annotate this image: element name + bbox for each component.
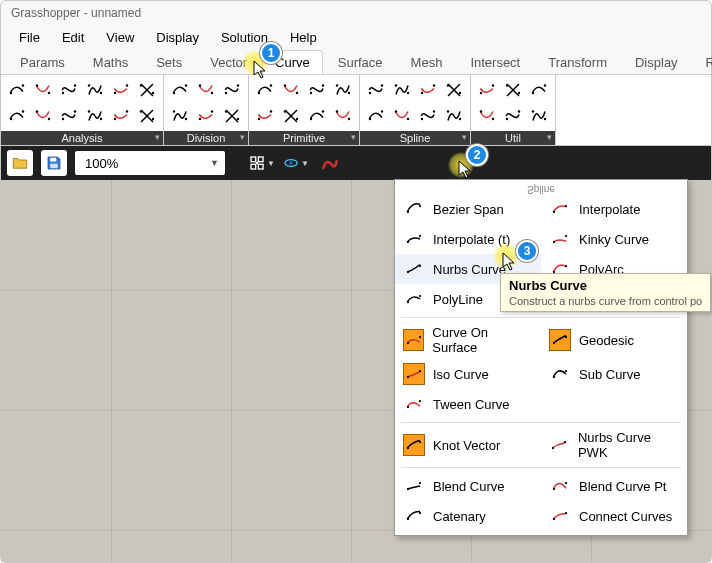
ribbon-tool-button[interactable] (279, 104, 303, 128)
menu-item-geodesic[interactable]: Geodesic (541, 321, 687, 359)
ribbon-tool-button[interactable] (501, 104, 525, 128)
ribbon-tool-button[interactable] (5, 78, 29, 102)
menu-item-label: Blend Curve (433, 479, 505, 494)
canvas-toolbar: 100% ▼ ▼ ▼ (1, 146, 711, 180)
ribbon-tool-button[interactable] (390, 78, 414, 102)
ribbon-tool-button[interactable] (220, 78, 244, 102)
ribbon-tool-button[interactable] (194, 78, 218, 102)
menu-item-tween-curve[interactable]: Tween Curve (395, 389, 541, 419)
panel-caption[interactable]: Spline▾ (360, 131, 470, 145)
menu-item-kinky-curve[interactable]: Kinky Curve (541, 224, 687, 254)
ribbon-tool-button[interactable] (135, 78, 159, 102)
ribbon-tool-button[interactable] (168, 78, 192, 102)
svg-point-25 (185, 84, 187, 86)
menu-item-bezier-span[interactable]: Bezier Span (395, 194, 541, 224)
menu-item-curve-on-surface[interactable]: Curve On Surface (395, 321, 541, 359)
menu-item-blend-curve[interactable]: Blend Curve (395, 471, 541, 501)
tab-display[interactable]: Display (622, 50, 691, 74)
tab-sets[interactable]: Sets (143, 50, 195, 74)
ribbon-tool-button[interactable] (57, 78, 81, 102)
ribbon-tool-button[interactable] (364, 104, 388, 128)
tab-surface[interactable]: Surface (325, 50, 396, 74)
ribbon-tool-button[interactable] (442, 78, 466, 102)
tab-intersect[interactable]: Intersect (457, 50, 533, 74)
tab-maths[interactable]: Maths (80, 50, 141, 74)
svg-point-119 (553, 488, 555, 490)
ribbon-tool-button[interactable] (220, 104, 244, 128)
ribbon-tool-button[interactable] (279, 78, 303, 102)
ribbon-tool-button[interactable] (31, 78, 55, 102)
menu-item-sub-curve[interactable]: Sub Curve (541, 359, 687, 389)
preview-eye-button[interactable]: ▼ (283, 150, 309, 176)
tab-rhino[interactable]: Rhino (693, 50, 712, 74)
ribbon-tool-button[interactable] (253, 104, 277, 128)
ribbon-tool-button[interactable] (475, 104, 499, 128)
ribbon-tool-button[interactable] (109, 104, 133, 128)
menu-item-blend-curve-pt[interactable]: Blend Curve Pt (541, 471, 687, 501)
svg-point-100 (565, 265, 567, 267)
ribbon-tool-button[interactable] (83, 104, 107, 128)
menu-item-interpolate[interactable]: Interpolate (541, 194, 687, 224)
svg-point-27 (211, 92, 213, 94)
step-marker-2: 2 (466, 144, 488, 166)
menu-item-label: Curve On Surface (432, 325, 533, 355)
fit-view-button[interactable]: ▼ (249, 150, 275, 176)
menu-item-catenary[interactable]: Catenary (395, 501, 541, 531)
ribbon-tool-button[interactable] (501, 78, 525, 102)
ribbon-panel-spline: Spline▾ (360, 75, 471, 145)
menu-view[interactable]: View (96, 28, 144, 47)
open-button[interactable] (7, 150, 33, 176)
ribbon-tool-button[interactable] (305, 104, 329, 128)
ribbon-tool-button[interactable] (305, 78, 329, 102)
panel-caption[interactable]: Util▾ (471, 131, 555, 145)
ribbon-tool-button[interactable] (57, 104, 81, 128)
ribbon-tool-button[interactable] (331, 104, 355, 128)
svg-point-52 (369, 92, 371, 94)
menu-file[interactable]: File (9, 28, 50, 47)
ribbon-tool-button[interactable] (442, 104, 466, 128)
menu-item-iso-curve[interactable]: Iso Curve (395, 359, 541, 389)
zoom-combo[interactable]: 100% ▼ (75, 151, 225, 175)
menu-edit[interactable]: Edit (52, 28, 94, 47)
ribbon-tool-button[interactable] (5, 104, 29, 128)
svg-point-30 (173, 110, 175, 112)
component-icon (549, 363, 571, 385)
ribbon-tool-button[interactable] (390, 104, 414, 128)
ribbon-tool-button[interactable] (135, 104, 159, 128)
tab-mesh[interactable]: Mesh (398, 50, 456, 74)
sketch-button[interactable] (317, 150, 343, 176)
ribbon-tool-button[interactable] (475, 78, 499, 102)
panel-caption[interactable]: Analysis▾ (1, 131, 163, 145)
svg-point-88 (289, 161, 293, 165)
menu-display[interactable]: Display (146, 28, 209, 47)
panel-caption[interactable]: Primitive▾ (249, 131, 359, 145)
menu-item-nurbs-curve-pwk[interactable]: Nurbs Curve PWK (541, 426, 687, 464)
menu-help[interactable]: Help (280, 28, 327, 47)
ribbon-tool-button[interactable] (31, 104, 55, 128)
ribbon-tool-button[interactable] (194, 104, 218, 128)
panel-expand-icon: ▾ (351, 132, 356, 142)
save-button[interactable] (41, 150, 67, 176)
panel-expand-icon: ▾ (462, 132, 467, 142)
tooltip-title: Nurbs Curve (509, 278, 702, 293)
ribbon-tool-button[interactable] (168, 104, 192, 128)
ribbon-tool-button[interactable] (416, 78, 440, 102)
ribbon-tool-button[interactable] (416, 104, 440, 128)
panel-caption[interactable]: Division▾ (164, 131, 248, 145)
ribbon-tool-button[interactable] (527, 78, 551, 102)
menu-item-connect-curves[interactable]: Connect Curves (541, 501, 687, 531)
svg-point-21 (126, 110, 128, 112)
tab-vector[interactable]: Vector (197, 50, 260, 74)
ribbon-tool-button[interactable] (109, 78, 133, 102)
ribbon-tool-button[interactable] (527, 104, 551, 128)
ribbon-tool-button[interactable] (83, 78, 107, 102)
tab-transform[interactable]: Transform (535, 50, 620, 74)
ribbon-tool-button[interactable] (253, 78, 277, 102)
ribbon-tool-button[interactable] (364, 78, 388, 102)
ribbon-tool-button[interactable] (331, 78, 355, 102)
svg-point-15 (48, 118, 50, 120)
svg-point-8 (114, 92, 116, 94)
svg-point-77 (518, 110, 520, 112)
tab-params[interactable]: Params (7, 50, 78, 74)
menu-item-knot-vector[interactable]: Knot Vector (395, 426, 541, 464)
